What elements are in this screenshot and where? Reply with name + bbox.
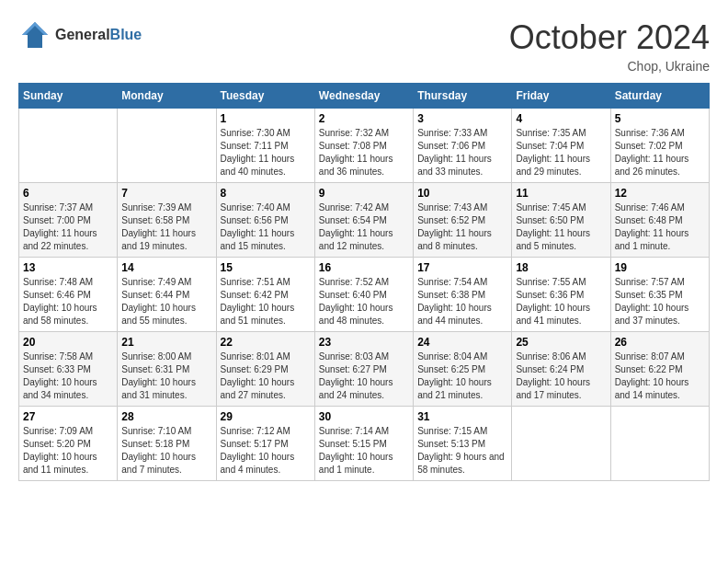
day-number: 26 <box>615 336 705 349</box>
calendar-week-2: 6Sunrise: 7:37 AM Sunset: 7:00 PM Daylig… <box>19 183 710 258</box>
calendar-cell <box>610 407 709 481</box>
calendar-cell: 3Sunrise: 7:33 AM Sunset: 7:06 PM Daylig… <box>414 109 512 183</box>
cell-info: Sunrise: 7:15 AM Sunset: 5:13 PM Dayligh… <box>417 425 507 477</box>
calendar-cell: 22Sunrise: 8:01 AM Sunset: 6:29 PM Dayli… <box>216 332 314 407</box>
cell-info: Sunrise: 7:52 AM Sunset: 6:40 PM Dayligh… <box>319 276 409 327</box>
calendar-week-4: 20Sunrise: 7:58 AM Sunset: 6:33 PM Dayli… <box>19 332 710 407</box>
cell-info: Sunrise: 7:54 AM Sunset: 6:38 PM Dayligh… <box>417 276 507 327</box>
day-number: 22 <box>221 336 311 349</box>
cell-info: Sunrise: 7:58 AM Sunset: 6:33 PM Dayligh… <box>23 350 113 402</box>
day-number: 6 <box>23 187 113 200</box>
day-number: 25 <box>516 336 606 349</box>
day-number: 14 <box>121 261 211 274</box>
day-number: 18 <box>516 261 606 274</box>
calendar-cell: 11Sunrise: 7:45 AM Sunset: 6:50 PM Dayli… <box>512 183 610 258</box>
header-saturday: Saturday <box>610 84 709 109</box>
calendar-cell: 17Sunrise: 7:54 AM Sunset: 6:38 PM Dayli… <box>414 258 512 332</box>
calendar-header: Sunday Monday Tuesday Wednesday Thursday… <box>19 84 710 109</box>
cell-info: Sunrise: 7:36 AM Sunset: 7:02 PM Dayligh… <box>615 127 705 178</box>
calendar-cell: 23Sunrise: 8:03 AM Sunset: 6:27 PM Dayli… <box>314 332 413 407</box>
calendar-cell: 30Sunrise: 7:14 AM Sunset: 5:15 PM Dayli… <box>314 407 413 481</box>
cell-info: Sunrise: 7:37 AM Sunset: 7:00 PM Dayligh… <box>23 201 113 253</box>
header-thursday: Thursday <box>414 84 512 109</box>
calendar-cell: 13Sunrise: 7:48 AM Sunset: 6:46 PM Dayli… <box>19 258 118 332</box>
page-header: GeneralBlue October 2024 Chop, Ukraine <box>18 18 710 74</box>
logo-icon <box>18 18 51 52</box>
cell-info: Sunrise: 7:35 AM Sunset: 7:04 PM Dayligh… <box>516 127 606 178</box>
day-number: 20 <box>23 336 113 349</box>
header-monday: Monday <box>118 84 216 109</box>
calendar-cell <box>512 407 610 481</box>
location: Chop, Ukraine <box>509 59 710 74</box>
calendar-week-3: 13Sunrise: 7:48 AM Sunset: 6:46 PM Dayli… <box>19 258 710 332</box>
cell-info: Sunrise: 7:57 AM Sunset: 6:35 PM Dayligh… <box>615 276 705 327</box>
cell-info: Sunrise: 7:14 AM Sunset: 5:15 PM Dayligh… <box>319 425 409 477</box>
calendar-cell <box>118 109 216 183</box>
header-wednesday: Wednesday <box>314 84 413 109</box>
cell-info: Sunrise: 8:00 AM Sunset: 6:31 PM Dayligh… <box>121 350 211 402</box>
day-number: 8 <box>221 187 311 200</box>
calendar-cell: 27Sunrise: 7:09 AM Sunset: 5:20 PM Dayli… <box>19 407 118 481</box>
cell-info: Sunrise: 8:07 AM Sunset: 6:22 PM Dayligh… <box>615 350 705 402</box>
calendar-cell: 29Sunrise: 7:12 AM Sunset: 5:17 PM Dayli… <box>216 407 314 481</box>
title-area: October 2024 Chop, Ukraine <box>509 18 710 74</box>
calendar-cell: 31Sunrise: 7:15 AM Sunset: 5:13 PM Dayli… <box>414 407 512 481</box>
cell-info: Sunrise: 7:12 AM Sunset: 5:17 PM Dayligh… <box>221 425 311 477</box>
day-number: 4 <box>516 112 606 125</box>
day-number: 31 <box>417 410 507 423</box>
day-number: 9 <box>319 187 409 200</box>
header-friday: Friday <box>512 84 610 109</box>
cell-info: Sunrise: 7:51 AM Sunset: 6:42 PM Dayligh… <box>221 276 311 327</box>
cell-info: Sunrise: 8:04 AM Sunset: 6:25 PM Dayligh… <box>417 350 507 402</box>
header-sunday: Sunday <box>19 84 118 109</box>
day-number: 12 <box>615 187 705 200</box>
calendar-cell: 6Sunrise: 7:37 AM Sunset: 7:00 PM Daylig… <box>19 183 118 258</box>
day-number: 29 <box>221 410 311 423</box>
header-tuesday: Tuesday <box>216 84 314 109</box>
cell-info: Sunrise: 8:06 AM Sunset: 6:24 PM Dayligh… <box>516 350 606 402</box>
cell-info: Sunrise: 7:45 AM Sunset: 6:50 PM Dayligh… <box>516 201 606 253</box>
logo: GeneralBlue <box>18 18 142 52</box>
cell-info: Sunrise: 7:33 AM Sunset: 7:06 PM Dayligh… <box>417 127 507 178</box>
day-number: 23 <box>319 336 409 349</box>
cell-info: Sunrise: 7:10 AM Sunset: 5:18 PM Dayligh… <box>121 425 211 477</box>
calendar-cell: 21Sunrise: 8:00 AM Sunset: 6:31 PM Dayli… <box>118 332 216 407</box>
calendar-cell: 15Sunrise: 7:51 AM Sunset: 6:42 PM Dayli… <box>216 258 314 332</box>
calendar-cell: 18Sunrise: 7:55 AM Sunset: 6:36 PM Dayli… <box>512 258 610 332</box>
cell-info: Sunrise: 8:03 AM Sunset: 6:27 PM Dayligh… <box>319 350 409 402</box>
calendar-cell: 19Sunrise: 7:57 AM Sunset: 6:35 PM Dayli… <box>610 258 709 332</box>
calendar-cell: 25Sunrise: 8:06 AM Sunset: 6:24 PM Dayli… <box>512 332 610 407</box>
calendar-cell: 10Sunrise: 7:43 AM Sunset: 6:52 PM Dayli… <box>414 183 512 258</box>
day-number: 30 <box>319 410 409 423</box>
cell-info: Sunrise: 7:49 AM Sunset: 6:44 PM Dayligh… <box>121 276 211 327</box>
day-number: 15 <box>221 261 311 274</box>
calendar-cell: 28Sunrise: 7:10 AM Sunset: 5:18 PM Dayli… <box>118 407 216 481</box>
day-number: 1 <box>221 112 311 125</box>
cell-info: Sunrise: 7:42 AM Sunset: 6:54 PM Dayligh… <box>319 201 409 253</box>
day-number: 28 <box>121 410 211 423</box>
calendar-cell: 4Sunrise: 7:35 AM Sunset: 7:04 PM Daylig… <box>512 109 610 183</box>
cell-info: Sunrise: 7:46 AM Sunset: 6:48 PM Dayligh… <box>615 201 705 253</box>
calendar-body: 1Sunrise: 7:30 AM Sunset: 7:11 PM Daylig… <box>19 109 710 481</box>
cell-info: Sunrise: 7:39 AM Sunset: 6:58 PM Dayligh… <box>121 201 211 253</box>
days-header-row: Sunday Monday Tuesday Wednesday Thursday… <box>19 84 710 109</box>
calendar-cell: 16Sunrise: 7:52 AM Sunset: 6:40 PM Dayli… <box>314 258 413 332</box>
month-title: October 2024 <box>509 18 710 57</box>
cell-info: Sunrise: 7:40 AM Sunset: 6:56 PM Dayligh… <box>221 201 311 253</box>
cell-info: Sunrise: 7:09 AM Sunset: 5:20 PM Dayligh… <box>23 425 113 477</box>
calendar-week-5: 27Sunrise: 7:09 AM Sunset: 5:20 PM Dayli… <box>19 407 710 481</box>
day-number: 27 <box>23 410 113 423</box>
calendar-table: Sunday Monday Tuesday Wednesday Thursday… <box>18 83 710 481</box>
day-number: 2 <box>319 112 409 125</box>
calendar-cell: 2Sunrise: 7:32 AM Sunset: 7:08 PM Daylig… <box>314 109 413 183</box>
cell-info: Sunrise: 7:43 AM Sunset: 6:52 PM Dayligh… <box>417 201 507 253</box>
day-number: 21 <box>121 336 211 349</box>
calendar-cell: 8Sunrise: 7:40 AM Sunset: 6:56 PM Daylig… <box>216 183 314 258</box>
logo-blue: Blue <box>110 27 142 42</box>
calendar-week-1: 1Sunrise: 7:30 AM Sunset: 7:11 PM Daylig… <box>19 109 710 183</box>
day-number: 7 <box>121 187 211 200</box>
cell-info: Sunrise: 7:48 AM Sunset: 6:46 PM Dayligh… <box>23 276 113 327</box>
calendar-cell: 7Sunrise: 7:39 AM Sunset: 6:58 PM Daylig… <box>118 183 216 258</box>
cell-info: Sunrise: 8:01 AM Sunset: 6:29 PM Dayligh… <box>221 350 311 402</box>
calendar-cell: 5Sunrise: 7:36 AM Sunset: 7:02 PM Daylig… <box>610 109 709 183</box>
